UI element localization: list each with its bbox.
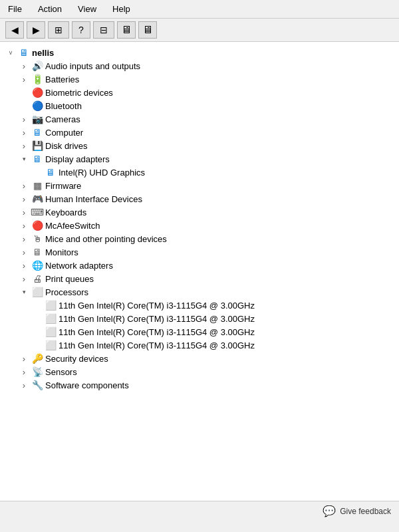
toolbar-collapse[interactable]: ⊟ [93,21,114,39]
firmware-label: Firmware [45,181,81,191]
intel-uhd-label: Intel(R) UHD Graphics [59,168,145,178]
processors-label: Processors [45,287,88,297]
software-icon: 🔧 [31,379,43,391]
tree-item-disk[interactable]: ›💾Disk drives [5,139,394,152]
menu-view[interactable]: View [75,3,99,15]
cpu2-label: 11th Gen Intel(R) Core(TM) i3-1115G4 @ 3… [59,314,255,324]
tree-toggle-audio[interactable]: › [19,61,29,71]
print-icon: 🖨 [31,273,43,285]
computer-icon: 🖥 [18,47,30,59]
cpu2-icon: ⬜ [45,313,57,325]
tree-item-mice[interactable]: ›🖱Mice and other pointing devices [5,232,394,245]
menu-file[interactable]: File [5,3,25,15]
tree-toggle-monitors[interactable]: › [19,247,29,257]
tree-item-mcafee[interactable]: ›🔴McAfeeSwitch [5,219,394,232]
tree-item-security[interactable]: ›🔑Security devices [5,352,394,365]
batteries-icon: 🔋 [31,73,43,85]
cameras-icon: 📷 [31,113,43,125]
tree-toggle-mcafee[interactable]: › [19,220,29,231]
feedback-icon: 💬 [323,505,336,517]
biometric-icon: 🔴 [31,86,43,98]
display-icon: 🖥 [31,153,43,165]
mice-label: Mice and other pointing devices [45,234,167,244]
tree-item-cpu1[interactable]: ⬜11th Gen Intel(R) Core(TM) i3-1115G4 @ … [5,299,394,312]
software-label: Software components [45,380,129,390]
menu-action[interactable]: Action [35,3,65,15]
toolbar-help[interactable]: ? [72,21,90,39]
tree-toggle-processors[interactable]: ▾ [19,287,29,297]
tree-item-display[interactable]: ▾🖥Display adapters [5,152,394,166]
tree-toggle-computer[interactable]: › [19,127,29,138]
toolbar-screen1[interactable]: 🖥 [117,21,136,39]
toolbar-properties[interactable]: ⊞ [48,21,69,39]
tree-toggle-keyboards[interactable]: › [19,207,29,217]
tree-toggle-intel-uhd[interactable] [32,167,43,178]
feedback-label[interactable]: Give feedback [340,507,391,516]
cpu1-label: 11th Gen Intel(R) Core(TM) i3-1115G4 @ 3… [59,301,255,311]
tree-toggle-batteries[interactable]: › [19,74,29,84]
tree-item-software[interactable]: ›🔧Software components [5,378,394,392]
tree-toggle-software[interactable]: › [19,380,29,390]
disk-label: Disk drives [45,141,88,151]
tree-item-cpu3[interactable]: ⬜11th Gen Intel(R) Core(TM) i3-1115G4 @ … [5,325,394,338]
tree-toggle-cpu2[interactable] [32,313,43,324]
network-label: Network adapters [45,261,113,271]
status-bar: 💬 Give feedback [0,501,399,521]
tree-toggle-cpu3[interactable] [32,327,43,337]
toolbar-forward[interactable]: ▶ [27,21,45,39]
tree-root-node[interactable]: v 🖥 nellis [5,46,394,59]
tree-item-firmware[interactable]: ›▦Firmware [5,179,394,192]
tree-item-network[interactable]: ›🌐Network adapters [5,259,394,272]
toolbar-screen2[interactable]: 🖥 [138,21,157,39]
security-label: Security devices [45,354,108,364]
tree-item-hid[interactable]: ›🎮Human Interface Devices [5,192,394,205]
tree-item-batteries[interactable]: ›🔋Batteries [5,72,394,86]
tree-toggle-mice[interactable]: › [19,233,29,244]
tree-toggle-network[interactable]: › [19,260,29,271]
monitors-icon: 🖥 [31,246,43,258]
security-icon: 🔑 [31,352,43,364]
print-label: Print queues [45,274,94,284]
tree-toggle-bluetooth[interactable] [19,100,29,111]
tree-toggle-cpu4[interactable] [32,340,43,350]
tree-toggle-cameras[interactable]: › [19,114,29,124]
tree-toggle-disk[interactable]: › [19,140,29,151]
network-icon: 🌐 [31,259,43,271]
monitors-label: Monitors [45,247,78,257]
tree-toggle-sensors[interactable]: › [19,366,29,377]
tree-toggle-biometric[interactable] [19,87,29,98]
cpu1-icon: ⬜ [45,299,57,311]
tree-toggle-display[interactable]: ▾ [19,154,29,164]
tree-item-computer[interactable]: ›🖥Computer [5,126,394,139]
cpu3-label: 11th Gen Intel(R) Core(TM) i3-1115G4 @ 3… [59,327,255,337]
tree-item-cameras[interactable]: ›📷Cameras [5,112,394,126]
tree-item-bluetooth[interactable]: 🔵Bluetooth [5,99,394,112]
tree-item-keyboards[interactable]: ›⌨Keyboards [5,205,394,219]
computer-label: Computer [45,128,83,138]
toolbar-back[interactable]: ◀ [5,21,24,39]
tree-item-audio[interactable]: ›🔊Audio inputs and outputs [5,59,394,72]
tree-toggle-hid[interactable]: › [19,194,29,204]
tree-toggle-security[interactable]: › [19,353,29,364]
tree-item-intel-uhd[interactable]: 🖥Intel(R) UHD Graphics [5,166,394,179]
tree-item-cpu4[interactable]: ⬜11th Gen Intel(R) Core(TM) i3-1115G4 @ … [5,338,394,352]
tree-item-biometric[interactable]: 🔴Biometric devices [5,86,394,99]
tree-item-print[interactable]: ›🖨Print queues [5,272,394,285]
firmware-icon: ▦ [31,180,43,192]
tree-item-monitors[interactable]: ›🖥Monitors [5,245,394,259]
computer-icon: 🖥 [31,126,43,138]
tree-toggle-print[interactable]: › [19,273,29,284]
tree-item-cpu2[interactable]: ⬜11th Gen Intel(R) Core(TM) i3-1115G4 @ … [5,312,394,325]
menu-bar: File Action View Help [0,0,399,19]
root-toggle[interactable]: v [5,47,16,58]
tree-item-sensors[interactable]: ›📡Sensors [5,365,394,378]
tree-toggle-cpu1[interactable] [32,300,43,311]
disk-icon: 💾 [31,140,43,152]
menu-help[interactable]: Help [110,3,133,15]
intel-uhd-icon: 🖥 [45,166,57,178]
cpu4-icon: ⬜ [45,339,57,351]
tree-item-processors[interactable]: ▾⬜Processors [5,285,394,299]
audio-icon: 🔊 [31,60,43,72]
sensors-label: Sensors [45,367,77,377]
tree-toggle-firmware[interactable]: › [19,180,29,191]
